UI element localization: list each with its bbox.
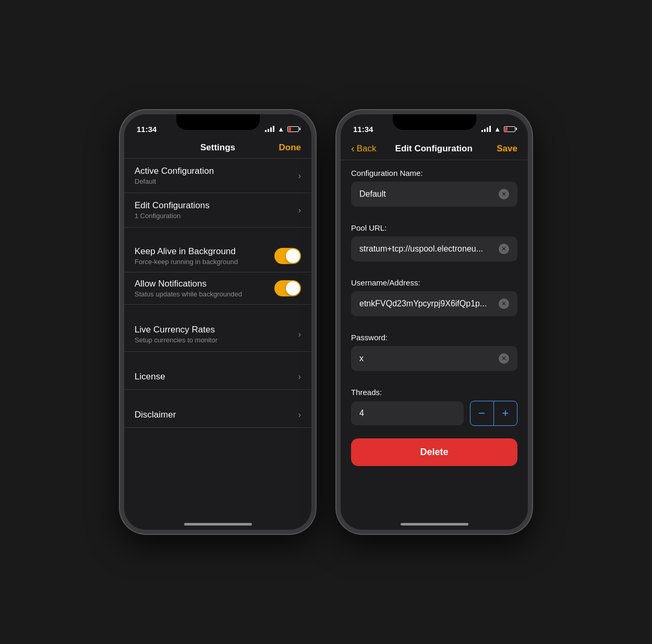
status-icons: ▲ xyxy=(481,125,515,133)
allow-notifications-title: Allow Notifications xyxy=(135,279,274,289)
pool-url-section: Pool URL: stratum+tcp://uspool.electrone… xyxy=(341,215,528,261)
edit-config-form: Configuration Name: Default ✕ Pool URL: … xyxy=(341,160,528,530)
allow-notifications-toggle[interactable] xyxy=(274,280,301,296)
home-indicator xyxy=(401,523,468,526)
edit-configs-subtitle: 1 Configuration xyxy=(135,212,294,220)
username-input[interactable]: etnkFVQd23mYpcyrpj9X6ifQp1p... ✕ xyxy=(351,291,517,316)
allow-notifications-subtitle: Status updates while backgrounded xyxy=(135,290,274,298)
status-icons: ▲ xyxy=(265,125,299,133)
live-currency-subtitle: Setup currencies to monitor xyxy=(135,336,294,344)
back-label: Back xyxy=(357,144,377,154)
chevron-icon: › xyxy=(298,410,301,420)
password-input[interactable]: x ✕ xyxy=(351,346,517,371)
chevron-icon: › xyxy=(298,171,301,181)
pool-url-input[interactable]: stratum+tcp://uspool.electroneu... ✕ xyxy=(351,236,517,261)
edit-configurations-item[interactable]: Edit Configurations 1 Configuration › xyxy=(124,193,311,228)
phone-edit-config: 11:34 ▲ ‹ Back Edit Configuration Save xyxy=(336,110,532,534)
settings-list: Active Configuration Default › Edit Conf… xyxy=(124,159,311,428)
threads-input[interactable]: 4 xyxy=(351,401,464,425)
signal-icon xyxy=(481,126,491,132)
battery-icon xyxy=(504,126,515,132)
time-display: 11:34 xyxy=(137,125,156,134)
edit-config-nav-title: Edit Configuration xyxy=(395,144,473,154)
config-name-clear-button[interactable]: ✕ xyxy=(499,189,509,199)
password-section: Password: x ✕ xyxy=(341,325,528,371)
pool-url-clear-button[interactable]: ✕ xyxy=(499,244,509,254)
disclaimer-item[interactable]: Disclaimer › xyxy=(124,402,311,428)
config-name-input[interactable]: Default ✕ xyxy=(351,182,517,207)
keep-alive-subtitle: Force-keep running in background xyxy=(135,258,274,266)
password-clear-button[interactable]: ✕ xyxy=(499,353,509,364)
back-button[interactable]: ‹ Back xyxy=(351,142,376,154)
threads-value: 4 xyxy=(359,409,364,418)
wifi-icon: ▲ xyxy=(494,125,501,133)
config-name-value: Default xyxy=(359,189,499,199)
password-label: Password: xyxy=(351,333,517,342)
edit-config-screen: ‹ Back Edit Configuration Save Configura… xyxy=(341,137,528,530)
pool-url-value: stratum+tcp://uspool.electroneu... xyxy=(359,244,499,254)
username-label: Username/Address: xyxy=(351,278,517,287)
license-title: License xyxy=(135,372,294,382)
chevron-icon: › xyxy=(298,372,301,381)
settings-nav-bar: Settings Done xyxy=(124,137,311,159)
live-currency-title: Live Currency Rates xyxy=(135,325,294,335)
edit-config-nav-bar: ‹ Back Edit Configuration Save xyxy=(341,137,528,160)
notch xyxy=(393,114,476,130)
battery-icon xyxy=(287,126,299,132)
config-name-label: Configuration Name: xyxy=(351,169,517,177)
home-indicator xyxy=(184,523,252,526)
delete-btn-label: Delete xyxy=(420,447,448,457)
password-value: x xyxy=(359,354,499,363)
done-button[interactable]: Done xyxy=(275,142,301,153)
live-currency-rates-item[interactable]: Live Currency Rates Setup currencies to … xyxy=(124,317,311,352)
username-value: etnkFVQd23mYpcyrpj9X6ifQp1p... xyxy=(359,299,499,308)
delete-button[interactable]: Delete xyxy=(351,438,517,466)
settings-screen: Settings Done Active Configuration Defau… xyxy=(124,137,311,530)
threads-row: 4 − + xyxy=(341,401,528,426)
config-name-section: Configuration Name: Default ✕ xyxy=(341,160,528,207)
keep-alive-title: Keep Alive in Background xyxy=(135,246,274,257)
threads-increment-button[interactable]: + xyxy=(494,401,517,425)
threads-stepper: − + xyxy=(470,401,518,426)
chevron-icon: › xyxy=(298,206,301,215)
back-chevron-icon: ‹ xyxy=(351,142,355,154)
notch xyxy=(176,114,260,130)
active-config-title: Active Configuration xyxy=(135,166,294,176)
threads-section: Threads: xyxy=(341,379,528,397)
time-display: 11:34 xyxy=(353,125,373,134)
keep-alive-toggle[interactable] xyxy=(274,248,301,264)
chevron-icon: › xyxy=(298,330,301,339)
active-configuration-item[interactable]: Active Configuration Default › xyxy=(124,159,311,193)
license-item[interactable]: License › xyxy=(124,364,311,390)
keep-alive-toggle-item: Keep Alive in Background Force-keep runn… xyxy=(124,240,311,272)
wifi-icon: ▲ xyxy=(277,125,284,133)
username-section: Username/Address: etnkFVQd23mYpcyrpj9X6i… xyxy=(341,270,528,316)
pool-url-label: Pool URL: xyxy=(351,223,517,232)
active-config-subtitle: Default xyxy=(135,177,294,185)
settings-nav-title: Settings xyxy=(200,142,235,153)
username-clear-button[interactable]: ✕ xyxy=(499,299,509,309)
edit-configs-title: Edit Configurations xyxy=(135,200,294,211)
save-button[interactable]: Save xyxy=(491,144,517,154)
disclaimer-title: Disclaimer xyxy=(135,410,294,420)
threads-decrement-button[interactable]: − xyxy=(470,401,493,425)
allow-notifications-toggle-item: Allow Notifications Status updates while… xyxy=(124,272,311,305)
phone-settings: 11:34 ▲ Settings Done xyxy=(120,110,316,534)
threads-label: Threads: xyxy=(351,388,517,397)
signal-icon xyxy=(265,126,274,132)
